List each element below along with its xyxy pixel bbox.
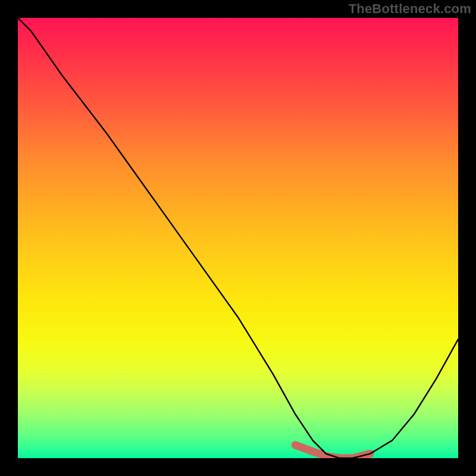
chart-frame: TheBottleneck.com: [0, 0, 476, 476]
watermark-text: TheBottleneck.com: [349, 1, 471, 17]
plot-area: [18, 18, 458, 458]
bottleneck-curve: [18, 18, 458, 458]
curve-svg: [18, 18, 458, 458]
